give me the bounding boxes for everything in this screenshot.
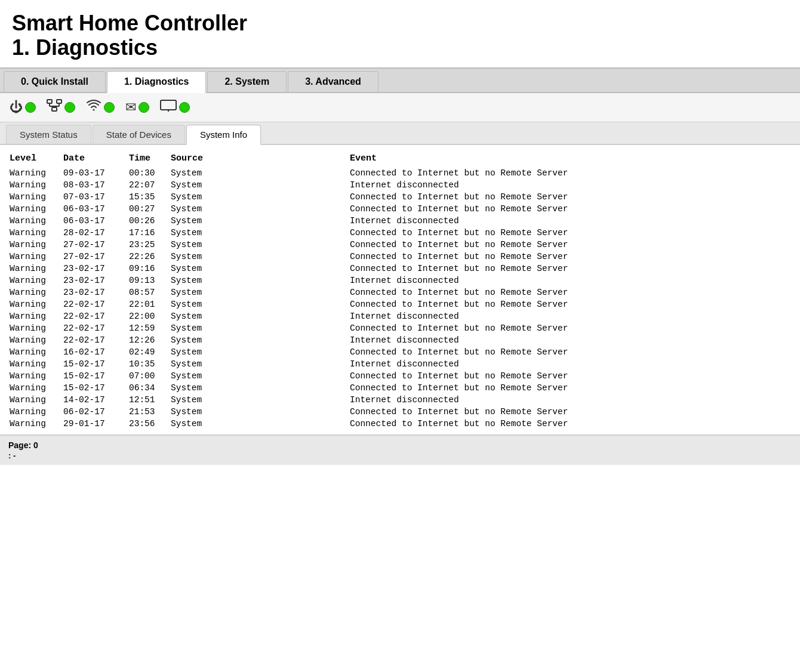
log-cell-time: 23:25 (127, 239, 168, 251)
log-cell-event: Connected to Internet but no Remote Serv… (347, 263, 793, 275)
log-cell-time: 12:51 (127, 394, 168, 406)
log-cell-date: 27-02-17 (61, 239, 127, 251)
email-icon: ✉ (125, 100, 136, 115)
log-cell-level: Warning (7, 239, 61, 251)
log-cell-event: Connected to Internet but no Remote Serv… (347, 191, 793, 203)
log-cell-level: Warning (7, 251, 61, 263)
log-cell-event: Internet disconnected (347, 310, 793, 322)
log-table-row: Warning14-02-1712:51SystemInternet disco… (7, 394, 793, 406)
log-cell-event: Connected to Internet but no Remote Serv… (347, 382, 793, 394)
display-status-dot (179, 102, 190, 113)
log-cell-time: 00:26 (127, 215, 168, 227)
svg-rect-0 (47, 100, 52, 103)
log-cell-time: 08:57 (127, 286, 168, 298)
log-cell-date: 08-03-17 (61, 179, 127, 191)
log-table-row: Warning27-02-1722:26SystemConnected to I… (7, 251, 793, 263)
sub-tab-system-status[interactable]: System Status (6, 125, 91, 144)
log-cell-date: 06-03-17 (61, 203, 127, 215)
log-cell-time: 06:34 (127, 382, 168, 394)
log-cell-time: 09:13 (127, 275, 168, 286)
log-table-row: Warning08-03-1722:07SystemInternet disco… (7, 179, 793, 191)
log-cell-date: 27-02-17 (61, 251, 127, 263)
page-title: Smart Home Controller 1. Diagnostics (12, 11, 788, 60)
log-cell-time: 22:00 (127, 310, 168, 322)
log-cell-level: Warning (7, 263, 61, 275)
log-cell-source: System (168, 298, 347, 310)
log-cell-time: 09:16 (127, 263, 168, 275)
log-cell-date: 29-01-17 (61, 418, 127, 430)
col-header-date: Date (61, 151, 127, 167)
log-cell-date: 06-03-17 (61, 215, 127, 227)
log-cell-time: 17:16 (127, 227, 168, 239)
log-table-row: Warning28-02-1717:16SystemConnected to I… (7, 227, 793, 239)
log-table-row: Warning15-02-1707:00SystemConnected to I… (7, 370, 793, 382)
log-cell-time: 02:49 (127, 346, 168, 358)
log-table-row: Warning22-02-1722:00SystemInternet disco… (7, 310, 793, 322)
log-cell-source: System (168, 263, 347, 275)
log-cell-level: Warning (7, 334, 61, 346)
log-table: Level Date Time Source Event Warning09-0… (7, 151, 793, 430)
svg-rect-7 (161, 100, 176, 110)
log-cell-source: System (168, 322, 347, 334)
log-table-row: Warning22-02-1722:01SystemConnected to I… (7, 298, 793, 310)
log-table-row: Warning27-02-1723:25SystemConnected to I… (7, 239, 793, 251)
sub-tab-system-info[interactable]: System Info (186, 125, 261, 145)
log-table-row: Warning15-02-1710:35SystemInternet disco… (7, 358, 793, 370)
tab-system[interactable]: 2. System (207, 71, 287, 92)
log-cell-date: 22-02-17 (61, 322, 127, 334)
log-cell-source: System (168, 203, 347, 215)
sub-tab-state-of-devices[interactable]: State of Devices (93, 125, 185, 144)
log-table-row: Warning23-02-1709:13SystemInternet disco… (7, 275, 793, 286)
log-cell-event: Connected to Internet but no Remote Serv… (347, 251, 793, 263)
log-cell-date: 06-02-17 (61, 406, 127, 418)
network-status-dot (64, 102, 75, 113)
title-line2: 1. Diagnostics (12, 35, 158, 60)
log-cell-date: 23-02-17 (61, 286, 127, 298)
power-icon: ⏻ (10, 100, 23, 115)
log-cell-level: Warning (7, 358, 61, 370)
log-cell-event: Connected to Internet but no Remote Serv… (347, 298, 793, 310)
log-cell-event: Connected to Internet but no Remote Serv… (347, 227, 793, 239)
display-icon (160, 100, 177, 115)
log-cell-time: 12:59 (127, 322, 168, 334)
log-cell-event: Internet disconnected (347, 275, 793, 286)
log-cell-source: System (168, 394, 347, 406)
log-cell-source: System (168, 370, 347, 382)
tab-quick-install[interactable]: 0. Quick Install (4, 71, 106, 92)
wireless-icon (86, 99, 101, 116)
log-cell-source: System (168, 251, 347, 263)
log-cell-date: 22-02-17 (61, 334, 127, 346)
log-cell-event: Connected to Internet but no Remote Serv… (347, 167, 793, 179)
email-status-dot (139, 102, 149, 113)
log-cell-date: 23-02-17 (61, 275, 127, 286)
log-cell-event: Connected to Internet but no Remote Serv… (347, 239, 793, 251)
log-cell-level: Warning (7, 346, 61, 358)
log-cell-source: System (168, 191, 347, 203)
log-cell-source: System (168, 406, 347, 418)
log-cell-time: 10:35 (127, 358, 168, 370)
log-cell-event: Connected to Internet but no Remote Serv… (347, 406, 793, 418)
status-icons-bar: ⏻ (0, 93, 800, 122)
log-cell-event: Internet disconnected (347, 179, 793, 191)
main-tab-bar: 0. Quick Install 1. Diagnostics 2. Syste… (0, 67, 800, 93)
log-area: Level Date Time Source Event Warning09-0… (0, 145, 800, 430)
log-cell-time: 21:53 (127, 406, 168, 418)
log-cell-level: Warning (7, 286, 61, 298)
log-cell-level: Warning (7, 310, 61, 322)
title-line1: Smart Home Controller (12, 11, 247, 35)
log-cell-level: Warning (7, 370, 61, 382)
log-cell-source: System (168, 215, 347, 227)
tab-diagnostics[interactable]: 1. Diagnostics (107, 71, 206, 93)
status-group-email: ✉ (125, 100, 149, 115)
log-cell-source: System (168, 239, 347, 251)
tab-advanced[interactable]: 3. Advanced (288, 71, 379, 92)
log-cell-level: Warning (7, 394, 61, 406)
status-group-power: ⏻ (10, 100, 36, 115)
log-cell-source: System (168, 346, 347, 358)
log-cell-date: 22-02-17 (61, 298, 127, 310)
log-table-body: Warning09-03-1700:30SystemConnected to I… (7, 167, 793, 430)
log-cell-level: Warning (7, 275, 61, 286)
footer-sub: : - (8, 451, 792, 460)
log-cell-time: 00:27 (127, 203, 168, 215)
log-cell-event: Connected to Internet but no Remote Serv… (347, 370, 793, 382)
